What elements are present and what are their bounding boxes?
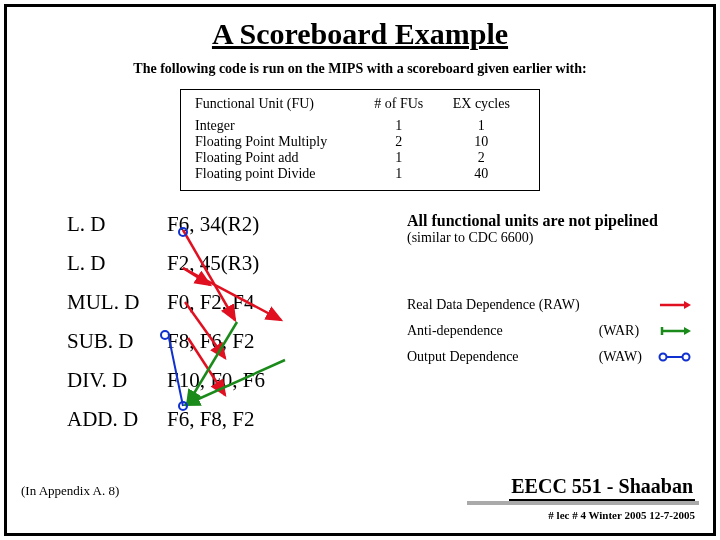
slide-intro: The following code is run on the MIPS wi… xyxy=(7,61,713,77)
arrow-war-icon xyxy=(658,325,697,337)
notes-block: All functional units are not pipelined (… xyxy=(407,212,697,246)
fu-row: Integer11 xyxy=(195,118,525,134)
legend-row: Output Dependence (WAW) xyxy=(407,349,697,365)
footer-course: EECC 551 - Shaaban xyxy=(509,475,695,501)
fu-hdr-unit: Functional Unit (FU) xyxy=(195,96,360,112)
fu-row: Floating point Divide140 xyxy=(195,166,525,182)
note-pipeline: All functional units are not pipelined xyxy=(407,212,697,230)
instr-row: L. DF6, 34(R2) xyxy=(67,212,327,237)
dependence-legend: Real Data Dependence (RAW) Anti-dependen… xyxy=(407,297,697,375)
instr-row: MUL. DF0, F2, F4 xyxy=(67,290,327,315)
instr-row: ADD. DF6, F8, F2 xyxy=(67,407,327,432)
svg-point-16 xyxy=(682,354,689,361)
note-cdc: (similar to CDC 6600) xyxy=(407,230,697,246)
footer-shadow xyxy=(467,501,699,505)
appendix-ref: (In Appendix A. 8) xyxy=(21,483,119,499)
slide-frame: A Scoreboard Example The following code … xyxy=(4,4,716,536)
instr-row: SUB. DF8, F6, F2 xyxy=(67,329,327,354)
fu-row: Floating Point add12 xyxy=(195,150,525,166)
instr-row: L. DF2, 45(R3) xyxy=(67,251,327,276)
code-block: L. DF6, 34(R2) L. DF2, 45(R3) MUL. DF0, … xyxy=(67,212,327,446)
legend-row: Anti-dependence (WAR) xyxy=(407,323,697,339)
fu-table: Functional Unit (FU) # of FUs EX cycles … xyxy=(180,89,540,191)
fu-hdr-cycles: EX cycles xyxy=(438,96,525,112)
footer-lecture: # lec # 4 Winter 2005 12-7-2005 xyxy=(548,509,695,521)
instr-row: DIV. DF10, F0, F6 xyxy=(67,368,327,393)
arrow-waw-icon xyxy=(658,351,697,363)
arrow-raw-icon xyxy=(658,299,697,311)
legend-row: Real Data Dependence (RAW) xyxy=(407,297,697,313)
fu-row: Floating Point Multiply210 xyxy=(195,134,525,150)
slide-title: A Scoreboard Example xyxy=(7,17,713,51)
svg-point-14 xyxy=(659,354,666,361)
fu-hdr-count: # of FUs xyxy=(360,96,438,112)
fu-header-row: Functional Unit (FU) # of FUs EX cycles xyxy=(195,96,525,112)
